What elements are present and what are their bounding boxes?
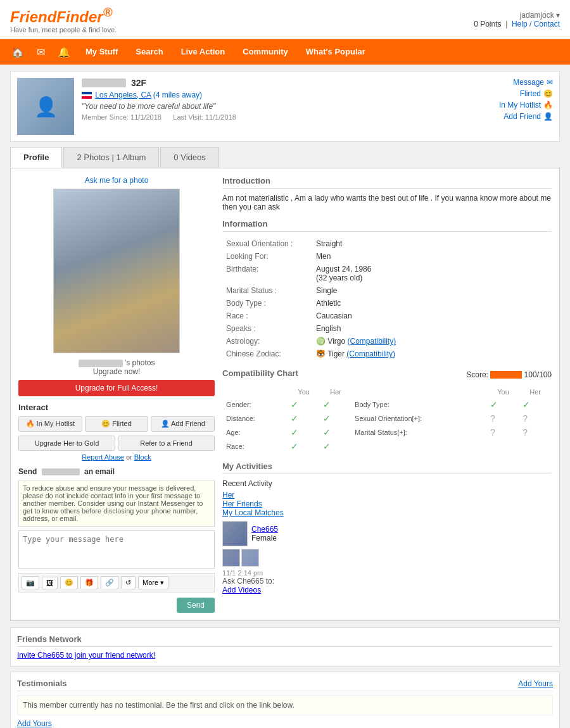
tiger-compat-link[interactable]: (Compatibility) xyxy=(346,349,395,358)
activity-gender: Female xyxy=(251,534,277,543)
upgrade-btn[interactable]: Upgrade for Full Access! xyxy=(18,380,215,396)
profile-age: 32F xyxy=(131,78,146,88)
question-icon: ? xyxy=(522,427,528,437)
compat-her-distance: ✓ xyxy=(320,412,351,425)
compat-label-gender: Gender: xyxy=(224,398,287,411)
site-header: FriendFinder® Have fun, meet people & fi… xyxy=(0,0,570,39)
testimonials-header: Testimonials Add Yours xyxy=(17,679,553,691)
compat-label-distance: Distance: xyxy=(224,412,287,425)
toolbar-refresh-btn[interactable]: ↺ xyxy=(121,576,136,589)
info-label-marital: Marital Status : xyxy=(224,285,312,296)
tab-videos[interactable]: 0 Videos xyxy=(160,147,218,168)
activity-timestamp: 11/1 2:14 pm xyxy=(222,569,552,577)
flirted-btn[interactable]: 😊 Flirted xyxy=(85,416,149,432)
toolbar-more-btn[interactable]: More ▾ xyxy=(138,576,168,589)
virgo-zodiac-icon: ♍ xyxy=(316,337,326,346)
profile-location-link[interactable]: Los Angeles, CA xyxy=(95,91,151,99)
compat-you-sexorient: ? xyxy=(488,412,519,425)
check-icon: ✓ xyxy=(291,413,298,424)
compat-col-label1 xyxy=(224,387,287,397)
introduction-text: Am not materialistic , Am a lady who wan… xyxy=(222,194,552,211)
email-textarea[interactable] xyxy=(18,530,215,568)
activity-user-info: Che665 Female xyxy=(251,525,278,543)
activity-link-matches[interactable]: My Local Matches xyxy=(222,508,552,517)
site-logo: FriendFinder® xyxy=(10,5,117,26)
action-add-friend[interactable]: Add Friend 👤 xyxy=(499,112,553,121)
photo-request-link[interactable]: Ask me for a photo xyxy=(18,176,215,185)
invite-friends-link[interactable]: Invite Che665 to join your friend networ… xyxy=(17,651,155,660)
compat-her-sexorient: ? xyxy=(520,412,550,425)
compat-label-sexorient: Sexual Orientation[+]: xyxy=(352,412,486,425)
friends-network-section: Friends Network Invite Che665 to join yo… xyxy=(10,627,560,667)
info-label-birthdate: Birthdate: xyxy=(224,263,312,284)
send-email-btn[interactable]: Send xyxy=(177,598,215,613)
email-toolbar: 📷 🖼 😊 🎁 🔗 ↺ More ▾ xyxy=(18,573,215,593)
activity-link-friends[interactable]: Her Friends xyxy=(222,499,552,508)
main-nav: 🏠 ✉ 🔔 My Stuff Search Live Action Commun… xyxy=(0,39,570,65)
compat-you-age: ✓ xyxy=(288,426,319,439)
nav-live-action[interactable]: Live Action xyxy=(172,39,234,65)
flag-icon xyxy=(82,92,92,99)
activity-link-her[interactable]: Her xyxy=(222,491,552,499)
activities-title: My Activities xyxy=(222,461,552,474)
toolbar-gift-btn[interactable]: 🎁 xyxy=(80,576,98,589)
message-label: Message xyxy=(513,78,544,87)
interact-buttons-row2: Upgrade Her to Gold Refer to a Friend xyxy=(18,436,215,451)
nav-search[interactable]: Search xyxy=(127,39,172,65)
tab-profile[interactable]: Profile xyxy=(10,147,62,168)
check-icon: ✓ xyxy=(522,399,530,410)
add-yours-link-bottom[interactable]: Add Yours xyxy=(17,719,52,728)
nav-whats-popular[interactable]: What's Popular xyxy=(297,39,374,65)
upgrade-section: 's photos Upgrade now! Upgrade for Full … xyxy=(18,358,215,396)
action-flirted[interactable]: Flirted 😊 xyxy=(499,89,553,98)
tab-photos[interactable]: 2 Photos | 1 Album xyxy=(63,147,159,168)
email-notice: To reduce abuse and ensure your message … xyxy=(18,480,215,527)
activity-thumbs-row xyxy=(222,549,552,567)
toolbar-photo-btn[interactable]: 📷 xyxy=(22,576,39,589)
toolbar-link-btn[interactable]: 🔗 xyxy=(101,576,118,589)
activity-user-row: Che665 Female xyxy=(222,521,552,546)
action-hotlist[interactable]: In My Hotlist 🔥 xyxy=(499,101,553,110)
profile-location-row: Los Angeles, CA (4 miles away) xyxy=(82,91,491,99)
introduction-title: Introduction xyxy=(222,176,552,189)
compat-col-her1: Her xyxy=(320,387,351,397)
nav-messages-icon[interactable]: ✉ xyxy=(30,46,51,58)
compat-you-maritalstat: ? xyxy=(488,426,519,439)
nav-notifications-icon[interactable]: 🔔 xyxy=(51,46,77,58)
compat-score-display: Score: 100/100 xyxy=(466,370,552,379)
help-contact-link[interactable]: Help / Contact xyxy=(512,20,560,28)
add-videos-link[interactable]: Add Videos xyxy=(222,586,261,594)
info-label-astrology: Astrology: xyxy=(224,336,312,347)
hotlist-btn[interactable]: 🔥 In My Hotlist xyxy=(18,416,82,432)
question-icon: ? xyxy=(522,413,528,424)
email-username-bar xyxy=(42,468,80,475)
add-friend-btn[interactable]: 👤 Add Friend xyxy=(151,416,215,432)
info-row-orientation: Sexual Orientation : Straight xyxy=(224,238,550,249)
interact-buttons-row1: 🔥 In My Hotlist 😊 Flirted 👤 Add Friend xyxy=(18,416,215,432)
toolbar-image-btn[interactable]: 🖼 xyxy=(42,577,58,589)
virgo-compat-link[interactable]: (Compatibility) xyxy=(347,337,396,346)
info-value-body: Athletic xyxy=(314,298,550,309)
activity-username-link[interactable]: Che665 xyxy=(251,525,278,534)
or-separator: or xyxy=(126,453,134,461)
main-content: 👤 32F Los Angeles, CA (4 miles away) "Yo… xyxy=(0,65,570,728)
action-message[interactable]: Message ✉ xyxy=(499,78,553,87)
info-value-marital: Single xyxy=(314,285,550,296)
report-abuse-link[interactable]: Report Abuse xyxy=(82,453,124,461)
compat-her-bodytype: ✓ xyxy=(520,398,550,411)
info-label-zodiac: Chinese Zodiac: xyxy=(224,348,312,360)
nav-my-stuff[interactable]: My Stuff xyxy=(77,39,127,65)
nav-community[interactable]: Community xyxy=(234,39,297,65)
compat-table: You Her You Her Gender: ✓ ✓ Body Type: ✓ xyxy=(222,386,552,454)
points-display: 0 Points xyxy=(474,20,501,28)
question-icon: ? xyxy=(490,413,495,424)
block-link[interactable]: Block xyxy=(134,453,151,461)
compat-label-maritalstat: Marital Status[+]: xyxy=(352,426,486,439)
upgrade-gold-btn[interactable]: Upgrade Her to Gold xyxy=(18,436,115,451)
toolbar-emoji-btn[interactable]: 😊 xyxy=(60,576,78,589)
logo-area: FriendFinder® Have fun, meet people & fi… xyxy=(10,5,117,34)
compat-her-gender: ✓ xyxy=(320,398,351,411)
refer-friend-btn[interactable]: Refer to a Friend xyxy=(118,436,215,451)
add-yours-link-header[interactable]: Add Yours xyxy=(518,679,553,688)
nav-home-icon[interactable]: 🏠 xyxy=(5,46,30,58)
